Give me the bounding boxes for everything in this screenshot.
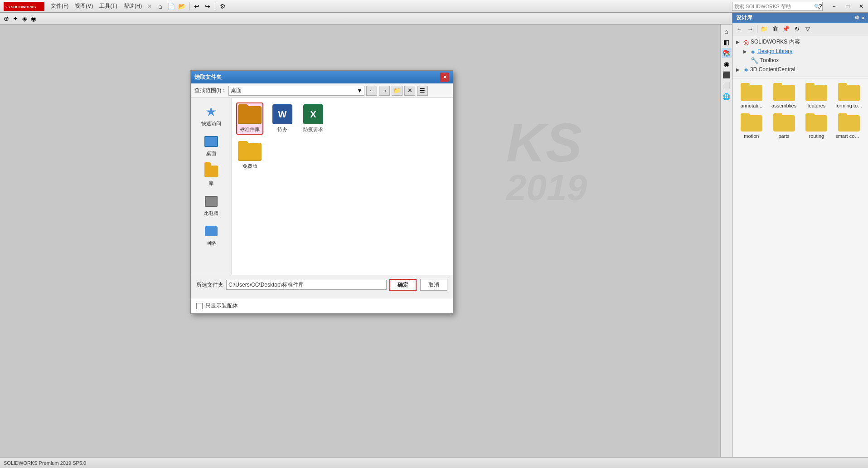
toolbar-btn-new-folder[interactable]: 📁 — [392, 86, 402, 96]
word-icon-daiban: W — [272, 104, 292, 124]
dialog-overlay: 选取文件夹 ✕ 查找范围(I)： 桌面 ▼ ← → 📁 ✕ ☰ ★ — [0, 0, 868, 468]
lib-folder-shape — [204, 166, 218, 177]
assembly-only-label: 只显示装配体 — [205, 302, 238, 310]
folder-body-2 — [238, 143, 262, 161]
ok-button[interactable]: 确定 — [389, 279, 417, 291]
file-item-daiban[interactable]: W 待办 — [271, 102, 294, 135]
nav-label-library: 库 — [209, 180, 213, 187]
network-icon — [203, 224, 219, 239]
files-grid-2: 免费版 — [236, 139, 448, 171]
folder-body — [238, 106, 262, 124]
nav-label-this-pc: 此电脑 — [204, 210, 218, 217]
toolbar-btn-view[interactable]: ☰ — [417, 86, 428, 96]
nav-quick-access[interactable]: ★ 快速访问 — [193, 102, 229, 129]
toolbar-btn-delete[interactable]: ✕ — [404, 86, 415, 96]
folder-icon-mianfeiban — [238, 141, 262, 161]
select-folder-dialog: 选取文件夹 ✕ 查找范围(I)： 桌面 ▼ ← → 📁 ✕ ☰ ★ — [190, 70, 453, 314]
search-range-label: 查找范围(I)： — [194, 87, 227, 94]
desktop-shape — [204, 136, 218, 147]
nav-this-pc[interactable]: 此电脑 — [193, 192, 229, 219]
computer-shape — [205, 196, 218, 207]
path-row: 所选文件夹 确定 取消 — [196, 279, 447, 291]
quick-access-icon: ★ — [203, 104, 219, 119]
file-label-daiban: 待办 — [277, 126, 287, 133]
nav-label-quick: 快速访问 — [201, 120, 221, 127]
library-icon — [203, 164, 219, 179]
nav-library[interactable]: 库 — [193, 162, 229, 189]
excel-icon-fangyiyaoqiu: X — [303, 104, 323, 124]
dialog-close-btn[interactable]: ✕ — [440, 73, 449, 82]
nav-network[interactable]: 网络 — [193, 222, 229, 249]
checkbox-row: 只显示装配体 — [191, 298, 453, 313]
cancel-button[interactable]: 取消 — [420, 279, 447, 291]
file-label-biaozhunjianku: 标准件库 — [240, 126, 260, 133]
assembly-only-checkbox[interactable] — [196, 303, 203, 309]
dialog-bottom: 所选文件夹 确定 取消 — [191, 275, 453, 298]
nav-label-desktop: 桌面 — [206, 150, 216, 157]
dialog-title: 选取文件夹 — [194, 73, 222, 81]
file-item-mianfeiban[interactable]: 免费版 — [236, 139, 263, 171]
this-pc-icon — [203, 194, 219, 209]
folder-icon-biaozhunjianku — [238, 104, 262, 124]
dialog-content: ★ 快速访问 桌面 库 — [191, 98, 453, 275]
nav-desktop[interactable]: 桌面 — [193, 132, 229, 159]
dialog-titlebar: 选取文件夹 ✕ — [191, 71, 453, 83]
file-item-biaozhunjianku[interactable]: 标准件库 — [236, 102, 263, 135]
star-icon: ★ — [205, 104, 217, 119]
dialog-sidebar: ★ 快速访问 桌面 库 — [191, 98, 232, 275]
files-grid: 标准件库 W 待办 X 防疫要求 — [236, 102, 448, 135]
file-item-fangyiyaoqiu[interactable]: X 防疫要求 — [301, 102, 325, 135]
path-label: 所选文件夹 — [196, 281, 223, 289]
toolbar-btn-back[interactable]: ← — [366, 86, 377, 96]
desktop-icon — [203, 134, 219, 149]
location-dropdown[interactable]: 桌面 ▼ — [228, 86, 364, 96]
file-label-mianfeiban: 免费版 — [242, 163, 257, 170]
file-label-fangyiyaoqiu: 防疫要求 — [303, 126, 323, 133]
dropdown-arrow-icon: ▼ — [357, 88, 362, 94]
dialog-toolbar: 查找范围(I)： 桌面 ▼ ← → 📁 ✕ ☰ — [191, 83, 453, 98]
dialog-files-area: 标准件库 W 待办 X 防疫要求 — [232, 98, 453, 275]
toolbar-btn-forward[interactable]: → — [379, 86, 390, 96]
path-input[interactable] — [226, 280, 387, 290]
network-shape — [205, 226, 218, 236]
dialog-action-buttons: 确定 取消 — [389, 279, 447, 291]
location-text: 桌面 — [231, 87, 242, 94]
nav-label-network: 网络 — [206, 240, 216, 247]
